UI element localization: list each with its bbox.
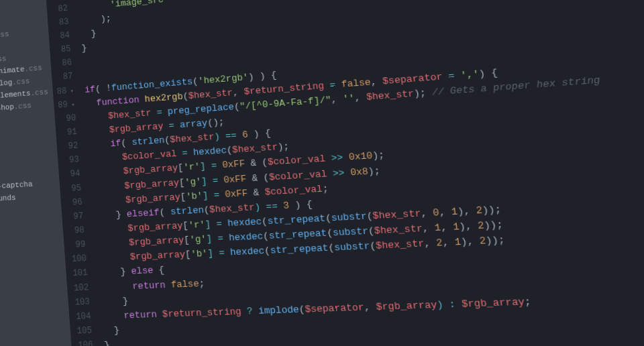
line-number: 86 (54, 56, 72, 72)
line-number: 95 (64, 182, 82, 196)
line-number: 96 (64, 196, 83, 211)
line-number: 87 (56, 70, 74, 86)
code-editor[interactable]: 7778798081828384858687888990919293949596… (42, 0, 644, 346)
line-number: 100 (69, 252, 87, 267)
file-tree-item[interactable]: s (0, 201, 62, 219)
line-number: 97 (66, 210, 84, 225)
line-number: 88 (56, 84, 74, 99)
line-number: 92 (60, 139, 78, 155)
line-number: 99 (68, 238, 86, 253)
line-number: 102 (71, 281, 89, 296)
line-number: 106 (75, 339, 94, 346)
line-number: 103 (72, 296, 90, 310)
line-number: 82 (50, 2, 68, 17)
line-number: 89 (58, 98, 76, 113)
line-number: 94 (62, 168, 80, 182)
code-content[interactable]: . '/', strlen( realpath($_SERVER['DOCUME… (68, 0, 644, 346)
line-number: 91 (60, 125, 78, 141)
line-number: 105 (74, 325, 93, 339)
line-number: 90 (58, 112, 76, 127)
line-number: 104 (73, 310, 92, 325)
line-number: 83 (52, 15, 70, 31)
line-number: 84 (52, 30, 70, 45)
line-number: 101 (70, 267, 88, 282)
line-number: 98 (66, 224, 85, 239)
line-number: 85 (54, 43, 72, 58)
line-number: 93 (62, 154, 80, 169)
